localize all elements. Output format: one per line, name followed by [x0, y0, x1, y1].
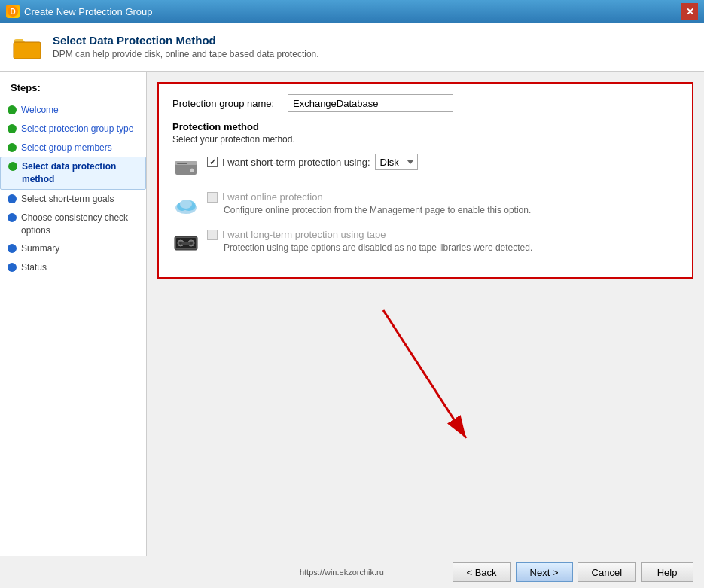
page-title: Select Data Protection Method [53, 34, 319, 47]
help-button[interactable]: Help [641, 562, 693, 582]
group-name-label: Protection group name: [172, 98, 282, 109]
header-area: Select Data Protection Method DPM can he… [0, 23, 704, 72]
app-icon: D [6, 5, 20, 18]
svg-point-6 [190, 168, 194, 172]
step-dot-type [8, 124, 17, 133]
step-dot-goals [8, 194, 17, 203]
footer: https://win.ekzorchik.ru < Back Next > C… [0, 556, 704, 588]
title-bar: D Create New Protection Group ✕ [0, 0, 704, 23]
right-panel: Protection group name: Protection method… [147, 72, 704, 556]
step-dot-method [8, 162, 17, 171]
back-button[interactable]: < Back [453, 562, 511, 582]
step-dot-welcome [8, 105, 17, 114]
title-bar-left: D Create New Protection Group [6, 5, 153, 18]
tape-icon [172, 229, 200, 256]
protection-method-title: Protection method [172, 121, 678, 133]
red-arrow-annotation [368, 303, 489, 453]
sidebar-item-status[interactable]: Status [0, 258, 146, 277]
sidebar-item-consistency-check[interactable]: Choose consistency check options [0, 209, 146, 240]
online-option-label: I want online protection [222, 191, 323, 203]
next-button[interactable]: Next > [516, 562, 573, 582]
sidebar-item-select-group-members[interactable]: Select group members [0, 139, 146, 157]
tape-option: I want long-term protection using tape P… [172, 229, 678, 256]
close-button[interactable]: ✕ [681, 3, 698, 20]
steps-title: Steps: [0, 82, 146, 101]
sidebar-item-select-short-term-goals[interactable]: Select short-term goals [0, 190, 146, 209]
step-dot-consistency [8, 213, 17, 222]
online-option-row: I want online protection [207, 191, 531, 203]
main-content: Steps: Welcome Select protection group t… [0, 72, 704, 556]
svg-rect-19 [182, 242, 190, 245]
group-name-row: Protection group name: [172, 94, 678, 112]
step-label-consistency: Choose consistency check options [21, 212, 139, 237]
step-dot-members [8, 143, 17, 152]
tape-option-sub: Protection using tape options are disabl… [224, 242, 532, 253]
svg-text:D: D [10, 8, 15, 16]
step-label-goals: Select short-term goals [21, 193, 114, 206]
window-title: Create New Protection Group [24, 6, 153, 17]
step-label-type: Select protection group type [21, 123, 133, 136]
disk-checkbox[interactable] [207, 157, 218, 167]
page-subtitle: DPM can help provide disk, online and ta… [53, 49, 319, 59]
step-label-status: Status [21, 261, 47, 274]
step-dot-summary [8, 244, 17, 253]
tape-option-content: I want long-term protection using tape P… [207, 229, 532, 253]
step-label-welcome: Welcome [21, 104, 59, 117]
sidebar-item-summary[interactable]: Summary [0, 239, 146, 258]
header-text: Select Data Protection Method DPM can he… [53, 34, 319, 59]
svg-point-11 [180, 200, 192, 209]
sidebar-item-select-data-protection-method[interactable]: Select data protection method [0, 157, 146, 190]
footer-buttons: < Back Next > Cancel Help [453, 562, 694, 582]
disk-dropdown[interactable]: Disk Tape [375, 154, 418, 170]
online-checkbox[interactable] [207, 192, 218, 203]
sidebar-item-welcome[interactable]: Welcome [0, 101, 146, 120]
online-option: I want online protection Configure onlin… [172, 191, 678, 218]
svg-line-21 [383, 310, 466, 438]
group-name-input[interactable] [288, 94, 453, 112]
tape-option-label: I want long-term protection using tape [222, 229, 386, 240]
step-label-members: Select group members [21, 142, 112, 154]
online-option-content: I want online protection Configure onlin… [207, 191, 531, 215]
arrow-area [157, 288, 693, 453]
step-label-summary: Summary [21, 242, 59, 255]
svg-rect-7 [177, 163, 187, 164]
cloud-icon [172, 191, 200, 218]
disk-option-label: I want short-term protection using: [222, 157, 370, 168]
disk-icon [172, 154, 200, 181]
step-label-method: Select data protection method [22, 160, 138, 186]
online-option-sub: Configure online protection from the Man… [224, 205, 531, 215]
sidebar: Steps: Welcome Select protection group t… [0, 72, 147, 556]
tape-checkbox[interactable] [207, 230, 218, 240]
svg-point-18 [190, 242, 193, 245]
cancel-button[interactable]: Cancel [578, 562, 636, 582]
header-folder-icon [12, 32, 42, 62]
disk-option-content: I want short-term protection using: Disk… [207, 154, 418, 170]
disk-option-row: I want short-term protection using: Disk… [207, 154, 418, 170]
sidebar-item-select-protection-group-type[interactable]: Select protection group type [0, 120, 146, 139]
form-box: Protection group name: Protection method… [157, 82, 693, 279]
protection-method-sub: Select your protection method. [172, 134, 678, 145]
svg-rect-2 [14, 42, 41, 59]
footer-url: https://win.ekzorchik.ru [231, 568, 452, 577]
step-dot-status [8, 263, 17, 272]
svg-point-16 [179, 242, 182, 245]
tape-option-row: I want long-term protection using tape [207, 229, 532, 240]
disk-option: I want short-term protection using: Disk… [172, 154, 678, 181]
